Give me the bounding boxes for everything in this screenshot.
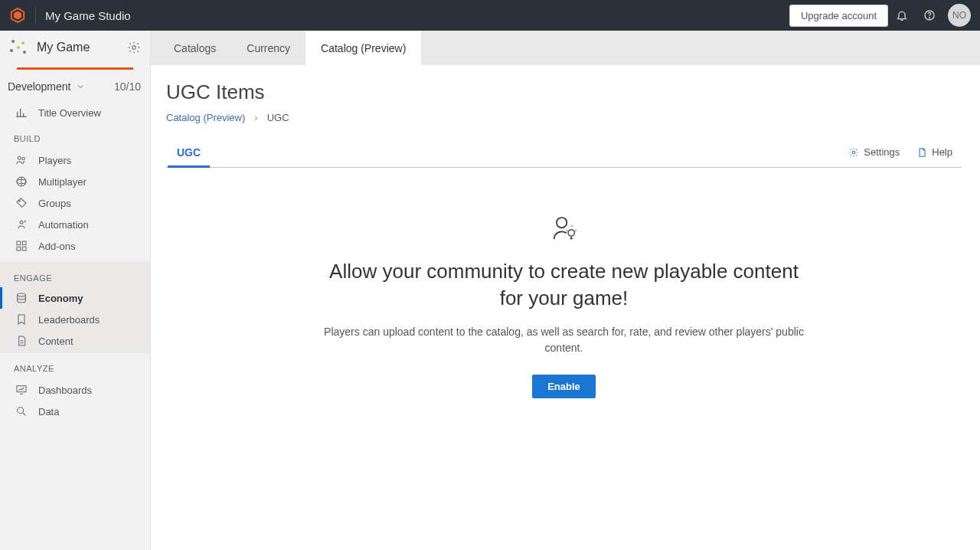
chevron-down-icon [76, 82, 85, 91]
stack-icon [15, 292, 28, 304]
page-body: UGC Items Catalog (Preview) › UGC UGC Se… [151, 65, 980, 550]
main-content: Catalogs Currency Catalog (Preview) UGC … [151, 31, 980, 550]
nav-label: Leaderboards [38, 314, 100, 326]
dashboard-icon [15, 384, 28, 396]
nav-automation[interactable]: Automation [0, 214, 150, 235]
nav-content[interactable]: Content [0, 330, 150, 352]
page-title: UGC Items [166, 80, 962, 104]
nav-dashboards[interactable]: Dashboards [0, 379, 150, 401]
nav-groups[interactable]: Groups [0, 192, 150, 214]
breadcrumb-current: UGC [267, 112, 289, 123]
game-name[interactable]: My Game [37, 41, 118, 54]
upgrade-account-button[interactable]: Upgrade account [789, 5, 888, 27]
svg-rect-13 [17, 247, 21, 250]
players-icon [15, 154, 28, 166]
subtab-ugc[interactable]: UGC [166, 137, 211, 167]
document-icon [916, 147, 927, 158]
svg-point-3 [929, 18, 929, 18]
help-label: Help [932, 146, 952, 158]
svg-point-10 [20, 221, 23, 224]
nav-label: Players [38, 155, 71, 166]
svg-point-9 [19, 201, 21, 202]
tab-catalogs[interactable]: Catalogs [158, 31, 231, 65]
empty-heading: Allow your community to create new playa… [319, 258, 809, 312]
help-link[interactable]: Help [916, 146, 952, 158]
nav-label: Data [38, 406, 59, 417]
svg-point-18 [853, 151, 856, 154]
playfab-logo-icon [9, 7, 26, 24]
svg-point-17 [18, 408, 24, 414]
nav-data[interactable]: Data [0, 401, 150, 422]
settings-link[interactable]: Settings [848, 146, 900, 158]
nav-label: Automation [38, 219, 89, 231]
globe-icon [15, 175, 28, 188]
nav-addons[interactable]: Add-ons [0, 235, 150, 257]
svg-point-19 [557, 218, 567, 228]
environment-label: Development [8, 80, 71, 93]
nav-label: Title Overview [38, 107, 101, 119]
tab-catalog-preview[interactable]: Catalog (Preview) [305, 31, 421, 65]
svg-rect-11 [17, 241, 21, 245]
empty-body: Players can upload content to the catalo… [319, 324, 809, 356]
sub-tabs-row: UGC Settings Help [166, 137, 962, 168]
game-logo-icon [9, 38, 28, 57]
bookmark-icon [15, 313, 28, 326]
svg-rect-14 [22, 247, 26, 250]
search-icon [15, 405, 28, 417]
file-icon [15, 335, 28, 347]
nav-players[interactable]: Players [0, 149, 150, 171]
studio-name[interactable]: My Game Studio [45, 9, 131, 22]
nav-label: Multiplayer [38, 176, 87, 188]
svg-point-20 [568, 230, 574, 236]
environment-selector[interactable]: Development 10/10 [0, 70, 150, 102]
tab-currency[interactable]: Currency [231, 31, 305, 65]
nav-title-overview[interactable]: Title Overview [0, 102, 150, 123]
brand-block: My Game Studio [9, 7, 131, 24]
breadcrumb: Catalog (Preview) › UGC [166, 112, 962, 123]
svg-point-5 [18, 156, 21, 159]
svg-point-4 [132, 46, 136, 50]
game-header: My Game [0, 31, 150, 70]
section-analyze: ANALYZE [0, 353, 150, 378]
section-build: BUILD [0, 123, 150, 148]
avatar[interactable]: NO [948, 4, 971, 27]
nav-multiplayer[interactable]: Multiplayer [0, 171, 150, 192]
top-tabs: Catalogs Currency Catalog (Preview) [151, 31, 980, 65]
gear-icon[interactable] [127, 41, 141, 54]
tag-icon [15, 197, 28, 209]
automation-icon [15, 218, 28, 231]
nav-label: Groups [38, 198, 71, 209]
svg-rect-16 [17, 386, 26, 392]
bar-chart-icon [15, 106, 28, 119]
nav-label: Content [38, 336, 74, 347]
environment-count: 10/10 [114, 80, 141, 93]
gear-icon [848, 147, 859, 158]
svg-marker-1 [14, 11, 21, 20]
settings-label: Settings [864, 146, 900, 158]
svg-rect-12 [22, 241, 26, 245]
nav-economy[interactable]: Economy [0, 287, 150, 309]
grid-icon [15, 240, 28, 252]
breadcrumb-link[interactable]: Catalog (Preview) [166, 112, 245, 123]
nav-label: Add-ons [38, 241, 75, 252]
user-idea-icon [549, 214, 580, 244]
chevron-right-icon: › [254, 112, 257, 123]
help-icon[interactable] [916, 2, 943, 29]
nav-label: Dashboards [38, 385, 92, 396]
svg-point-15 [18, 293, 26, 296]
svg-point-6 [22, 157, 24, 159]
nav-leaderboards[interactable]: Leaderboards [0, 309, 150, 330]
enable-button[interactable]: Enable [532, 375, 596, 398]
section-engage: ENGAGE [0, 263, 150, 287]
nav-label: Economy [38, 293, 83, 304]
notifications-icon[interactable] [888, 2, 916, 29]
sidebar: My Game Development 10/10 Title Overview… [0, 31, 151, 550]
empty-state: Allow your community to create new playa… [319, 214, 809, 398]
topbar-divider [35, 7, 36, 24]
topbar: My Game Studio Upgrade account NO [0, 0, 980, 31]
